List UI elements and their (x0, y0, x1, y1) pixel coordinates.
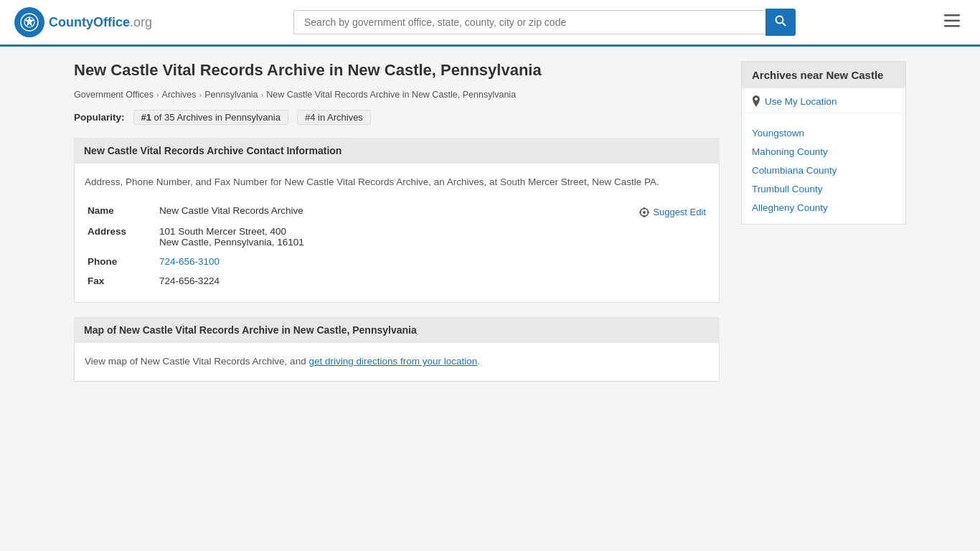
suggest-edit-button[interactable]: Suggest Edit (639, 207, 706, 217)
list-item: Youngstown (742, 123, 905, 142)
svg-rect-5 (944, 14, 960, 17)
popularity-total: of 35 Archives in Pennsylvania (154, 112, 281, 123)
breadcrumb-gov-offices[interactable]: Government Offices (74, 90, 154, 100)
sidebar-divider (742, 113, 905, 113)
sidebar: Archives near New Castle Use My Location… (741, 61, 906, 396)
breadcrumb-sep-1: › (156, 90, 159, 99)
table-row-fax: Fax 724-656-3224 (85, 271, 709, 291)
popularity-row: Popularity: #1 of 35 Archives in Pennsyl… (74, 110, 720, 125)
address-label: Address (85, 222, 156, 252)
logo-icon (14, 7, 44, 37)
name-label: Name (85, 201, 156, 222)
list-item: Allegheny County (742, 198, 905, 217)
contact-section-body: Address, Phone Number, and Fax Number fo… (74, 164, 720, 303)
address-value: 101 South Mercer Street, 400 New Castle,… (156, 222, 709, 252)
phone-label: Phone (85, 252, 156, 271)
fax-label: Fax (85, 271, 156, 291)
svg-rect-6 (944, 20, 960, 22)
table-row-phone: Phone 724-656-3100 (85, 252, 709, 271)
breadcrumb-current: New Castle Vital Records Archive in New … (266, 90, 516, 100)
main-container: New Castle Vital Records Archive in New … (60, 47, 920, 410)
table-row-name: Name New Castle Vital Records Archive (85, 201, 709, 222)
map-section-body: View map of New Castle Vital Records Arc… (74, 343, 720, 381)
popularity-label: Popularity: (74, 112, 125, 123)
site-header: CountyOffice.org (0, 0, 980, 47)
sidebar-title: Archives near New Castle (742, 62, 905, 88)
breadcrumb-archives[interactable]: Archives (162, 90, 197, 100)
menu-button[interactable] (938, 10, 966, 34)
search-button[interactable] (765, 9, 796, 36)
phone-link[interactable]: 724-656-3100 (159, 256, 220, 267)
popularity-rank: #1 (141, 112, 151, 123)
contact-section-header: New Castle Vital Records Archive Contact… (74, 138, 720, 164)
sidebar-link-trumbull[interactable]: Trumbull County (752, 184, 823, 194)
list-item: Mahoning County (742, 142, 905, 161)
sidebar-link-youngstown[interactable]: Youngstown (752, 128, 804, 138)
contact-description: Address, Phone Number, and Fax Number fo… (85, 175, 709, 189)
page-title: New Castle Vital Records Archive in New … (74, 61, 720, 80)
logo-text: CountyOffice.org (49, 15, 152, 30)
sidebar-link-mahoning[interactable]: Mahoning County (752, 146, 828, 157)
svg-line-4 (783, 23, 786, 27)
contact-section: New Castle Vital Records Archive Contact… (74, 138, 720, 303)
popularity-badge-2: #4 in Archives (297, 110, 371, 125)
map-description: View map of New Castle Vital Records Arc… (85, 354, 709, 369)
list-item: Trumbull County (742, 179, 905, 198)
sidebar-link-allegheny[interactable]: Allegheny County (752, 202, 828, 213)
name-value: New Castle Vital Records Archive (156, 201, 709, 222)
list-item: Columbiana County (742, 161, 905, 179)
sidebar-list: Youngstown Mahoning County Columbiana Co… (742, 116, 905, 224)
logo-area: CountyOffice.org (14, 7, 158, 37)
breadcrumb: Government Offices › Archives › Pennsylv… (74, 90, 720, 100)
table-row-address: Address 101 South Mercer Street, 400 New… (85, 222, 709, 252)
popularity-badge-1: #1 of 35 Archives in Pennsylvania (133, 110, 288, 125)
breadcrumb-pennsylvania[interactable]: Pennsylvania (204, 90, 258, 100)
map-section-header: Map of New Castle Vital Records Archive … (74, 317, 720, 343)
sidebar-box: Archives near New Castle Use My Location… (741, 61, 906, 225)
content-area: New Castle Vital Records Archive in New … (74, 61, 720, 396)
sidebar-link-columbiana[interactable]: Columbiana County (752, 165, 837, 176)
breadcrumb-sep-2: › (199, 90, 202, 99)
info-table: Name New Castle Vital Records Archive (85, 201, 709, 291)
breadcrumb-sep-3: › (261, 90, 264, 99)
search-area (293, 9, 796, 36)
svg-point-9 (643, 211, 646, 214)
svg-point-3 (776, 17, 783, 24)
sidebar-location-row: Use My Location (742, 88, 905, 110)
phone-value: 724-656-3100 (156, 252, 709, 271)
map-section: Map of New Castle Vital Records Archive … (74, 317, 720, 381)
search-input[interactable] (293, 10, 765, 34)
driving-directions-link[interactable]: get driving directions from your locatio… (308, 356, 477, 367)
use-my-location-link[interactable]: Use My Location (765, 96, 837, 107)
fax-value: 724-656-3224 (156, 271, 709, 291)
svg-rect-7 (944, 25, 960, 27)
location-pin-icon (752, 95, 760, 107)
